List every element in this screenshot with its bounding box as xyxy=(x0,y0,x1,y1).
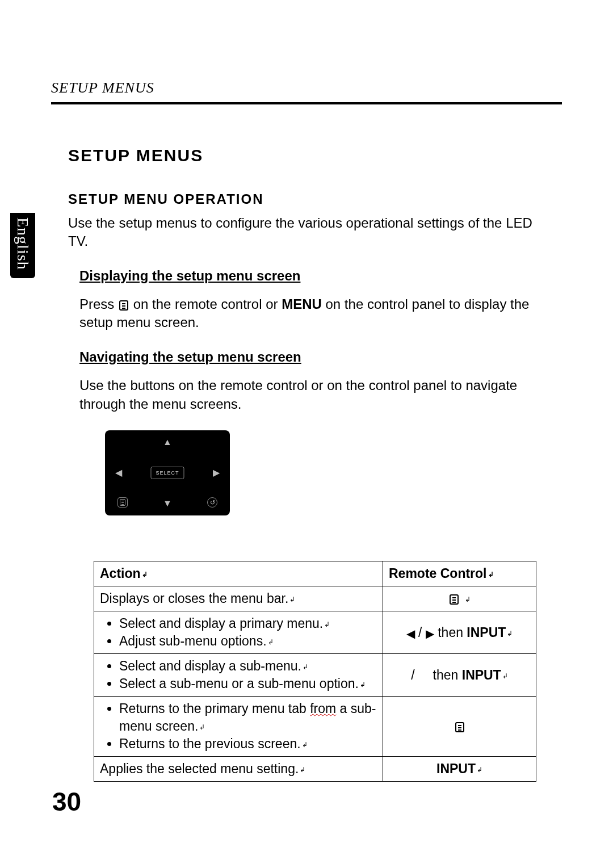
list-item: Returns to the previous screen.↲ xyxy=(119,735,377,753)
display-paragraph: Press on the remote control or MENU on t… xyxy=(79,295,545,332)
paragraph-mark-icon: ↲ xyxy=(289,596,295,603)
menu-icon xyxy=(455,722,464,732)
action-cell: Displays or closes the menu bar.↲ xyxy=(94,586,383,611)
col-action: Action↲ xyxy=(94,561,383,586)
action-cell: Select and display a sub-menu.↲ Select a… xyxy=(94,654,383,697)
remote-cell: INPUT↲ xyxy=(383,757,536,782)
remote-cell xyxy=(383,697,536,757)
table-row: Displays or closes the menu bar.↲ ↲ xyxy=(94,586,536,611)
paragraph-mark-icon: ↲ xyxy=(502,672,508,680)
back-icon: ↺ xyxy=(207,497,217,508)
table-header-row: Action↲ Remote Control↲ xyxy=(94,561,536,586)
page-number: 30 xyxy=(52,786,81,817)
up-arrow-icon: ▲ xyxy=(163,436,172,448)
list-item: Select and display a primary menu.↲ xyxy=(119,615,377,632)
paragraph-mark-icon: ↲ xyxy=(360,681,366,689)
left-arrow-icon: ◀ xyxy=(115,467,122,479)
action-cell: Returns to the primary menu tab from a s… xyxy=(94,697,383,757)
menu-label: MENU xyxy=(282,296,322,312)
list-item: Adjust sub-menu options.↲ xyxy=(119,632,377,650)
intro-paragraph: Use the setup menus to configure the var… xyxy=(68,214,545,251)
list-item: Returns to the primary menu tab from a s… xyxy=(119,700,377,735)
navigate-paragraph: Use the buttons on the remote control or… xyxy=(79,376,545,413)
right-arrow-icon: ▶ xyxy=(213,467,220,479)
paragraph-mark-icon: ↲ xyxy=(324,620,330,628)
list-item: Select a sub-menu or a sub-menu option.↲ xyxy=(119,675,377,693)
menu-icon xyxy=(450,594,459,605)
paragraph-mark-icon: ↲ xyxy=(300,766,305,774)
paragraph-mark-icon: ↲ xyxy=(477,766,482,774)
paragraph-mark-icon: ↲ xyxy=(507,630,513,638)
action-cell: Applies the selected menu setting.↲ xyxy=(94,757,383,782)
col-remote: Remote Control↲ xyxy=(383,561,536,586)
left-arrow-icon: ◀ xyxy=(406,626,415,641)
paragraph-mark-icon: ↲ xyxy=(142,571,148,578)
table-row: Select and display a primary menu.↲ Adju… xyxy=(94,611,536,654)
select-button-label: SELECT xyxy=(150,467,184,479)
table-row: Applies the selected menu setting.↲ INPU… xyxy=(94,757,536,782)
action-cell: Select and display a primary menu.↲ Adju… xyxy=(94,611,383,654)
table-row: Select and display a sub-menu.↲ Select a… xyxy=(94,654,536,697)
text: Press xyxy=(79,296,118,312)
paragraph-mark-icon: ↲ xyxy=(303,663,308,671)
paragraph-mark-icon: ↲ xyxy=(465,596,471,603)
paragraph-mark-icon: ↲ xyxy=(488,571,494,578)
action-table: Action↲ Remote Control↲ Displays or clos… xyxy=(94,561,536,782)
subhead-display: Displaying the setup menu screen xyxy=(79,267,545,285)
right-arrow-icon: ▶ xyxy=(426,626,434,641)
language-tab: English xyxy=(10,213,35,278)
remote-cell: ◀ / ▶ then INPUT↲ xyxy=(383,611,536,654)
subhead-navigate: Navigating the setup menu screen xyxy=(79,348,545,366)
paragraph-mark-icon: ↲ xyxy=(199,723,205,731)
paragraph-mark-icon: ↲ xyxy=(268,638,274,646)
remote-pad-figure: ▲ ▼ ◀ ▶ SELECT ↺ xyxy=(105,430,545,515)
running-header: SETUP MENUS xyxy=(51,79,562,97)
menu-icon xyxy=(117,497,128,508)
menu-icon xyxy=(119,300,128,311)
list-item: Select and display a sub-menu.↲ xyxy=(119,657,377,675)
down-arrow-icon: ▼ xyxy=(163,497,172,510)
header-rule xyxy=(51,102,562,104)
spellcheck-word: from xyxy=(310,701,336,716)
section-title: SETUP MENU OPERATION xyxy=(68,190,545,208)
table-row: Returns to the primary menu tab from a s… xyxy=(94,697,536,757)
remote-cell: ↲ xyxy=(383,586,536,611)
remote-cell: / then INPUT↲ xyxy=(383,654,536,697)
paragraph-mark-icon: ↲ xyxy=(302,741,308,749)
text: on the remote control or xyxy=(129,296,282,312)
page-title: SETUP MENUS xyxy=(68,144,545,167)
